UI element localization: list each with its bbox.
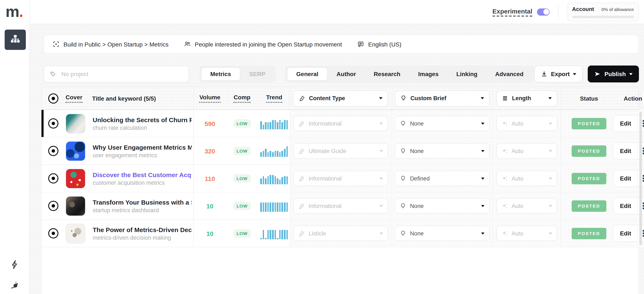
length-header-label: Length	[512, 95, 531, 101]
length-select[interactable]: Auto	[496, 171, 557, 186]
content-type-value: Informational	[309, 203, 342, 209]
breadcrumb[interactable]: Build in Public > Open Startup > Metrics	[52, 40, 168, 48]
content-type-select[interactable]: Informational	[294, 198, 388, 214]
custom-brief-header-dropdown[interactable]: Custom Brief	[395, 90, 490, 106]
view-switch: Metrics SERP	[199, 65, 276, 82]
sparkles-icon	[502, 120, 508, 127]
status-badge[interactable]: POSTED	[572, 200, 606, 212]
kebab-icon	[643, 205, 644, 207]
tab-serp[interactable]: SERP	[240, 67, 274, 81]
length-select[interactable]: Auto	[496, 143, 557, 159]
length-select[interactable]: Auto	[496, 198, 557, 214]
integrations-plug-icon[interactable]	[10, 280, 20, 290]
column-volume[interactable]: Volume	[199, 94, 220, 103]
row-target-icon[interactable]	[48, 173, 58, 183]
vertical-scrollbar[interactable]	[639, 112, 642, 245]
status-badge[interactable]: POSTED	[572, 173, 606, 184]
cover-thumbnail[interactable]	[66, 196, 86, 216]
quick-actions-bolt-icon[interactable]	[10, 260, 20, 270]
row-title-link[interactable]: Discover the Best Customer Acquis	[93, 171, 192, 178]
tab-linking[interactable]: Linking	[448, 67, 486, 81]
lightbulb-icon	[400, 120, 406, 127]
chevron-down-icon	[481, 122, 484, 124]
chevron-down-icon	[549, 177, 552, 179]
tab-research[interactable]: Research	[365, 67, 409, 81]
cover-thumbnail[interactable]	[66, 223, 86, 243]
length-value: Auto	[512, 230, 524, 237]
length-select[interactable]: Auto	[496, 226, 557, 241]
experimental-toggle[interactable]	[537, 8, 550, 15]
row-target-icon[interactable]	[48, 146, 58, 156]
edit-button[interactable]: Edit	[614, 143, 638, 159]
pen-nib-icon	[299, 95, 305, 101]
volume-value: 10	[206, 202, 213, 210]
custom-brief-select[interactable]: None	[395, 143, 490, 159]
edit-button[interactable]: Edit	[614, 170, 638, 186]
experimental-label: Experimental	[492, 7, 532, 16]
chevron-down-icon	[379, 97, 383, 99]
table-menu-button[interactable]	[642, 90, 644, 107]
column-trend[interactable]: Trend	[266, 94, 282, 103]
brand-logo[interactable]: m.	[6, 2, 23, 21]
content-type-value: Informational	[309, 120, 342, 127]
row-title-link[interactable]: Why User Engagement Metrics Mat	[93, 144, 192, 151]
tab-metrics[interactable]: Metrics	[201, 67, 240, 81]
custom-brief-header-label: Custom Brief	[410, 95, 446, 101]
edit-button[interactable]: Edit	[614, 115, 638, 131]
content-type-select[interactable]: Informational	[294, 171, 388, 186]
row-target-icon[interactable]	[48, 228, 58, 238]
status-badge[interactable]: POSTED	[572, 228, 606, 239]
content-type-select[interactable]: Listicle	[294, 226, 388, 241]
pen-nib-icon	[298, 175, 305, 182]
status-badge[interactable]: POSTED	[572, 145, 606, 157]
kebab-icon	[643, 233, 644, 234]
kebab-icon	[643, 123, 644, 124]
content-type-select[interactable]: Informational	[294, 116, 388, 131]
custom-brief-select[interactable]: None	[395, 116, 490, 131]
competition-badge: LOW	[233, 147, 251, 155]
row-target-icon[interactable]	[48, 201, 58, 211]
tab-author[interactable]: Author	[328, 67, 365, 81]
content-type-header-dropdown[interactable]: Content Type	[294, 90, 388, 106]
custom-brief-select[interactable]: None	[395, 198, 490, 214]
column-comp[interactable]: Comp	[234, 94, 250, 103]
row-title-link[interactable]: The Power of Metrics-Driven Decisi	[93, 226, 192, 233]
edit-button[interactable]: Edit	[614, 225, 638, 241]
select-all-target-icon[interactable]	[48, 93, 58, 103]
content-type-header-label: Content Type	[309, 95, 345, 101]
tab-general[interactable]: General	[287, 67, 328, 81]
row-selected-indicator	[42, 110, 44, 137]
project-select[interactable]	[44, 65, 189, 82]
length-select[interactable]: Auto	[496, 116, 557, 131]
status-badge[interactable]: POSTED	[572, 118, 606, 129]
sidebar-item-sitemap[interactable]	[5, 29, 26, 50]
cover-thumbnail[interactable]	[66, 168, 86, 188]
column-title-keyword: Title and keyword (5/5)	[92, 95, 156, 102]
language-chip[interactable]: English (US)	[357, 40, 401, 48]
users-icon	[184, 40, 191, 48]
audience-chip[interactable]: People interested in joining the Open St…	[184, 40, 342, 48]
cover-thumbnail[interactable]	[66, 141, 86, 161]
length-header-dropdown[interactable]: Length	[496, 90, 557, 106]
edit-button[interactable]: Edit	[614, 198, 638, 214]
tab-images[interactable]: Images	[409, 67, 448, 81]
lightbulb-icon	[400, 175, 406, 182]
publish-button[interactable]: Publish	[588, 65, 639, 82]
custom-brief-select[interactable]: None	[395, 226, 490, 241]
custom-brief-value: None	[410, 203, 424, 209]
content-type-select[interactable]: Ultimate Guide	[294, 143, 388, 159]
app-window: m. Experimental Account 0% of allowance	[0, 0, 644, 294]
export-button[interactable]: Export	[534, 65, 583, 82]
row-title-link[interactable]: Transform Your Business with a Sm	[93, 199, 192, 206]
column-cover[interactable]: Cover	[66, 94, 82, 103]
custom-brief-select[interactable]: Defined	[395, 171, 490, 186]
tab-advanced[interactable]: Advanced	[486, 67, 532, 81]
row-title-link[interactable]: Unlocking the Secrets of Churn Rat	[93, 116, 192, 123]
cover-thumbnail[interactable]	[66, 113, 86, 133]
project-input[interactable]	[60, 70, 183, 78]
volume-value: 110	[205, 175, 215, 182]
trend-sparkline	[260, 173, 288, 184]
account-usage-card[interactable]: Account 0% of allowance	[567, 2, 639, 21]
row-target-icon[interactable]	[48, 118, 58, 128]
custom-brief-value: None	[410, 120, 424, 127]
